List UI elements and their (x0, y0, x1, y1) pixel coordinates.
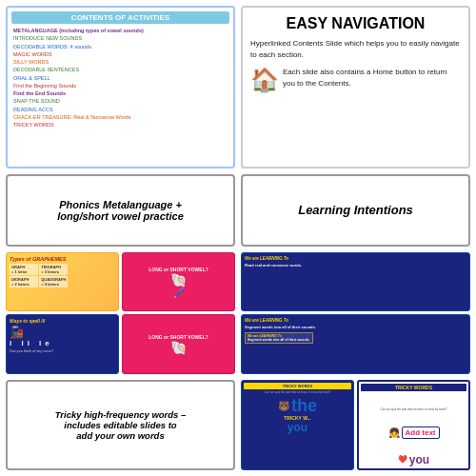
house-icon: 🏠 (250, 67, 279, 93)
li-inset-box: We are LEARNING To Segment words into al… (245, 332, 313, 344)
bear-icon: 🐻 (278, 401, 289, 411)
long-short-detail2: LONG or SHORT VOWEL? 🐚 (123, 315, 234, 373)
phonics-images: Types of GRAPHEMES GRAPH= 1 letter TRIGR… (6, 252, 235, 375)
li-learning-label1: We are LEARNING To (245, 256, 288, 261)
tricky-you-text: you (409, 453, 429, 466)
contents-item: Find the End Sounds (11, 89, 229, 97)
contents-item: ORAL & SPELL (11, 74, 229, 82)
shell-icon2: 🐚 (170, 340, 187, 355)
tricky-card2[interactable]: TRICKY WORDS Can we spot the part that w… (357, 380, 470, 470)
eraser-icon: 🖊️ (173, 288, 185, 298)
li-body-text1: Read real and nonsense words. (245, 263, 302, 268)
li-body-text2: Segment words into all of their sounds. (245, 325, 316, 330)
contents-item: TRICKY WORDS (11, 121, 229, 129)
contents-item: DECODABLE WORDS: 4 sounds (11, 43, 229, 50)
ways-spell-card[interactable]: Ways to spell /l/ 🚂 l ll le Can you thin… (6, 314, 119, 374)
li-label-text: Learning Intentions (298, 203, 413, 217)
heart-icon: ❤️ (398, 455, 407, 464)
ways-train: 🚂 (10, 326, 24, 339)
long-short-card2[interactable]: LONG or SHORT VOWEL? 🐚 (122, 314, 235, 374)
long-short-detail1: LONG or SHORT VOWEL? 🐚 🖊️ (123, 253, 234, 311)
ways-detail: Ways to spell /l/ 🚂 l ll le Can you thin… (7, 315, 118, 373)
contents-item: SNAP THE SOUND (11, 97, 229, 105)
trigraph-box: TRIGRAPH= 3 letters (39, 264, 68, 275)
contents-item: READING ACCS (11, 106, 229, 113)
contents-item: MAGIC WORDS (11, 50, 229, 58)
tricky-subheader1: Can we spot the part that we have to kno… (244, 389, 351, 395)
contents-panel: CONTENTS OF ACTIVITIES METALANGUAGE (inc… (6, 6, 235, 169)
nav-desc2: Each slide also contains a Home button t… (283, 67, 461, 89)
tricky-header2: TRICKY WORDS (361, 384, 466, 391)
phonics-label-panel: Phonics Metalanguage +long/short vowel p… (6, 174, 235, 247)
tricky-card1[interactable]: TRICKY WORDS Can we spot the part that w… (241, 380, 354, 470)
digraph-box: DIGRAPH= 2 letters (10, 276, 38, 288)
tricky-words-col: the (291, 397, 317, 414)
tricky-add-text-box[interactable]: Add text (402, 426, 440, 439)
graphemes-title: Types of GRAPHEMES (10, 256, 66, 262)
graphemes-grid: GRAPH= 1 letter TRIGRAPH= 3 letters DIGR… (10, 264, 68, 288)
phonics-label-text: Phonics Metalanguage +long/short vowel p… (57, 199, 184, 222)
ways-title: Ways to spell /l/ (10, 318, 45, 324)
ways-footer: Can you think of any more? (10, 349, 53, 353)
tricky-label-text: Tricky high-frequency words –includes ed… (55, 409, 187, 441)
tricky-label-panel: Tricky high-frequency words –includes ed… (6, 380, 235, 470)
long-short-card1[interactable]: LONG or SHORT VOWEL? 🐚 🖊️ (122, 252, 235, 312)
shell-icon: 🐚 (170, 272, 187, 288)
li-card1[interactable]: We are LEARNING To Read real and nonsens… (241, 252, 470, 312)
li-label-panel: Learning Intentions (241, 174, 470, 247)
nav-row: 🏠 Each slide also contains a Home button… (250, 67, 461, 93)
tricky-images: TRICKY WORDS Can we spot the part that w… (241, 380, 470, 470)
tricky-bear-row: 🐻 the (278, 397, 317, 414)
li-card2[interactable]: We are LEARNING To Segment words into al… (241, 314, 470, 374)
tricky-card2-you-row: ❤️ you (398, 453, 429, 466)
tricky-you-word: you (288, 422, 307, 433)
li-learning-label2: We are LEARNING To (245, 318, 288, 323)
main-grid: CONTENTS OF ACTIVITIES METALANGUAGE (inc… (0, 0, 476, 476)
contents-item: CRACK-ER TREASURE: Real & Nonsense Words (11, 113, 229, 121)
contents-item: SILLY WORDS (11, 58, 229, 66)
graphemes-detail: Types of GRAPHEMES GRAPH= 1 letter TRIGR… (7, 253, 118, 311)
nav-title: EASY NAVIGATION (250, 15, 461, 32)
contents-list: METALANGUAGE (including types of vowel s… (11, 27, 229, 129)
tricky-card2-row: 👧 Add text (388, 426, 440, 439)
li-detail1: We are LEARNING To Read real and nonsens… (242, 253, 469, 311)
contents-item: Find the Beginning Sounds (11, 82, 229, 89)
contents-item: INTRODUCE NEW SOUNDS (11, 34, 229, 42)
tricky-the-word: the (291, 397, 317, 414)
girl-icon: 👧 (388, 427, 400, 438)
quadgraph-box: QUADGRAPH= 4 letters (39, 276, 68, 288)
contents-item: METALANGUAGE (including types of vowel s… (11, 27, 229, 34)
li-detail2: We are LEARNING To Segment words into al… (242, 315, 469, 373)
graph-box: GRAPH= 1 letter (10, 264, 38, 275)
train-icon: 🚂 (10, 326, 24, 339)
li-images: We are LEARNING To Read real and nonsens… (241, 252, 470, 375)
graphemes-card[interactable]: Types of GRAPHEMES GRAPH= 1 letter TRIGR… (6, 252, 119, 312)
contents-title: CONTENTS OF ACTIVITIES (11, 11, 229, 24)
ways-chars: l ll le (10, 339, 53, 347)
li-inset-text: Segment words into all of their sounds. (248, 338, 310, 342)
tricky-header1: TRICKY WORDS (244, 383, 351, 389)
nav-desc1: Hyperlinked Contents Slide which helps y… (250, 38, 461, 61)
nav-panel: EASY NAVIGATION Hyperlinked Contents Sli… (241, 6, 470, 169)
contents-item: DECODABLE SENTENCES (11, 66, 229, 73)
tricky-subheader2: Can we spot the part that we have to kno… (380, 407, 446, 412)
